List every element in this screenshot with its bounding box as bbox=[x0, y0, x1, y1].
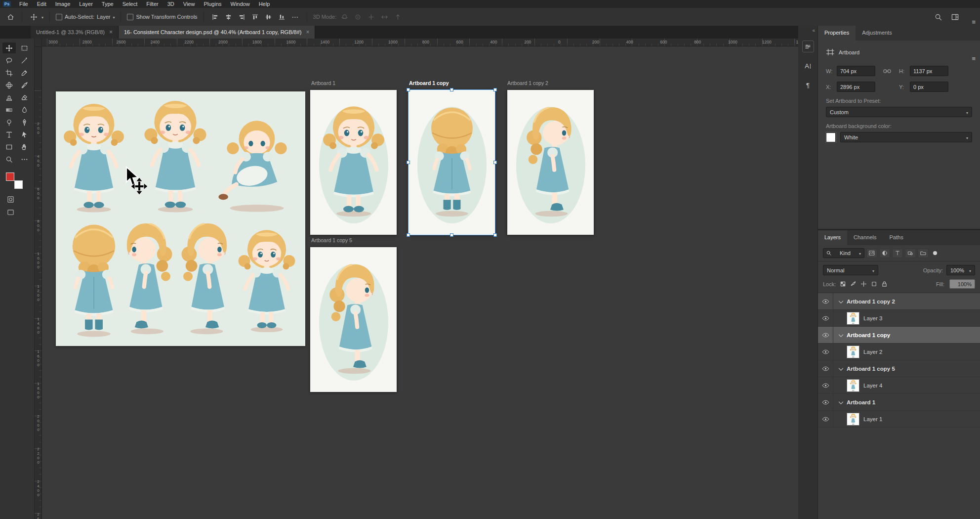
align-left-icon[interactable] bbox=[210, 11, 221, 22]
chevron-down-icon[interactable] bbox=[839, 332, 843, 338]
layer-thumbnail[interactable] bbox=[847, 346, 859, 358]
layer-name[interactable]: Artboard 1 copy 5 bbox=[847, 366, 895, 372]
lock-position-icon[interactable] bbox=[860, 281, 867, 287]
layer-row[interactable]: Artboard 1 copy bbox=[818, 327, 980, 344]
artboard-label[interactable]: Artboard 1 bbox=[311, 80, 335, 86]
panel-tab[interactable]: Layers bbox=[818, 230, 847, 245]
menu-item[interactable]: Plugins bbox=[199, 0, 226, 8]
lasso-tool[interactable] bbox=[2, 55, 16, 66]
layer-name[interactable]: Artboard 1 copy bbox=[847, 332, 890, 338]
panel-menu-icon[interactable] bbox=[972, 19, 976, 25]
foreground-color-swatch[interactable] bbox=[6, 173, 14, 181]
layer-name[interactable]: Layer 2 bbox=[863, 349, 882, 355]
selection-handle[interactable] bbox=[450, 88, 453, 91]
align-top-icon[interactable] bbox=[250, 11, 261, 22]
layer-row[interactable]: Layer 3 bbox=[818, 310, 980, 327]
edit-toolbar-icon[interactable] bbox=[18, 154, 31, 165]
visibility-toggle[interactable] bbox=[818, 293, 833, 309]
opacity-field[interactable]: 100% bbox=[946, 265, 975, 275]
menu-item[interactable]: View bbox=[179, 0, 200, 8]
artboard-bg-color-swatch[interactable] bbox=[826, 132, 836, 142]
move-tool-preset-icon[interactable] bbox=[28, 11, 39, 22]
lock-artboard-icon[interactable] bbox=[871, 281, 877, 287]
align-bottom-icon[interactable] bbox=[277, 11, 287, 22]
chevron-down-icon[interactable] bbox=[839, 299, 843, 304]
selection-handle[interactable] bbox=[407, 233, 410, 237]
healing-brush-tool[interactable] bbox=[2, 80, 16, 90]
magic-wand-tool[interactable] bbox=[18, 55, 31, 66]
align-center-horizontal-icon[interactable] bbox=[223, 11, 234, 22]
show-transform-controls-checkbox[interactable] bbox=[127, 14, 133, 20]
gradient-tool[interactable] bbox=[2, 104, 16, 115]
selection-handle[interactable] bbox=[450, 233, 453, 237]
expand-panels-icon[interactable] bbox=[812, 28, 815, 33]
panel-tab[interactable]: Channels bbox=[847, 230, 883, 245]
screen-mode-icon[interactable] bbox=[7, 209, 14, 216]
menu-item[interactable]: Image bbox=[51, 0, 75, 8]
y-field[interactable]: 0 px bbox=[910, 82, 948, 92]
close-icon[interactable]: × bbox=[109, 29, 113, 36]
filter-smart-objects-icon[interactable] bbox=[918, 249, 929, 258]
layer-filter-type-select[interactable]: Kind bbox=[823, 248, 864, 258]
eraser-tool[interactable] bbox=[18, 92, 31, 103]
search-icon[interactable] bbox=[933, 11, 943, 22]
menu-item[interactable]: Type bbox=[97, 0, 118, 8]
artboard-1-canvas[interactable] bbox=[310, 90, 397, 235]
path-selection-tool[interactable] bbox=[18, 129, 31, 140]
layer-row[interactable]: Layer 1 bbox=[818, 411, 980, 428]
workspace-switcher-icon[interactable] bbox=[949, 11, 960, 22]
hand-tool[interactable] bbox=[18, 141, 31, 152]
layer-row[interactable]: Layer 4 bbox=[818, 377, 980, 394]
panel-tab[interactable]: Paths bbox=[883, 230, 910, 245]
menu-item[interactable]: File bbox=[15, 0, 33, 8]
artboard-label[interactable]: Artboard 1 copy 2 bbox=[507, 80, 548, 86]
more-align-options-icon[interactable] bbox=[290, 11, 301, 22]
panel-menu-icon[interactable] bbox=[972, 55, 976, 62]
layer-thumbnail[interactable] bbox=[847, 312, 859, 325]
layer-name[interactable]: Layer 3 bbox=[863, 315, 882, 321]
move-tool[interactable] bbox=[2, 43, 16, 53]
layer-name[interactable]: Artboard 1 copy 2 bbox=[847, 299, 895, 304]
auto-select-checkbox[interactable] bbox=[56, 14, 62, 20]
chevron-down-icon[interactable] bbox=[839, 366, 843, 372]
artboard-label-selected[interactable]: Artboard 1 copy bbox=[409, 80, 449, 86]
artboard-label[interactable]: Artboard 1 copy 5 bbox=[311, 237, 352, 243]
document-tab[interactable]: Untitled-1 @ 33.3% (RGB/8) × bbox=[31, 26, 119, 39]
menu-item[interactable]: Layer bbox=[75, 0, 97, 8]
brush-settings-panel-icon[interactable] bbox=[802, 41, 814, 52]
artboard-bg-color-select[interactable]: White bbox=[840, 132, 972, 142]
panel-tab[interactable]: Properties bbox=[818, 26, 856, 41]
rectangle-tool[interactable] bbox=[2, 141, 16, 152]
align-right-icon[interactable] bbox=[237, 11, 247, 22]
visibility-toggle[interactable] bbox=[818, 360, 833, 377]
selection-handle[interactable] bbox=[493, 233, 497, 237]
layer-row[interactable]: Layer 2 bbox=[818, 344, 980, 360]
align-center-vertical-icon[interactable] bbox=[263, 11, 274, 22]
auto-select-target-select[interactable]: Layer bbox=[97, 14, 115, 20]
filter-type-layers-icon[interactable] bbox=[892, 249, 903, 258]
chevron-down-icon[interactable] bbox=[839, 399, 843, 405]
lock-all-icon[interactable] bbox=[881, 281, 888, 287]
filter-toggle-icon[interactable] bbox=[933, 251, 937, 255]
menu-item[interactable]: Filter bbox=[142, 0, 163, 8]
menu-item[interactable]: Window bbox=[226, 0, 254, 8]
lock-transparency-icon[interactable] bbox=[840, 281, 846, 287]
crop-tool[interactable] bbox=[2, 67, 16, 78]
link-dimensions-icon[interactable] bbox=[878, 69, 896, 74]
visibility-toggle[interactable] bbox=[818, 394, 833, 410]
zoom-tool[interactable] bbox=[2, 154, 16, 165]
layer-name[interactable]: Artboard 1 bbox=[847, 399, 875, 405]
pen-tool[interactable] bbox=[18, 117, 31, 128]
menu-item[interactable]: Edit bbox=[33, 0, 51, 8]
artboard-preset-select[interactable]: Custom bbox=[826, 107, 972, 117]
character-panel-icon[interactable]: A bbox=[802, 60, 814, 72]
layer-row[interactable]: Artboard 1 copy 5 bbox=[818, 360, 980, 377]
filter-pixel-layers-icon[interactable] bbox=[866, 249, 877, 258]
character-sheet-artboard[interactable] bbox=[56, 91, 305, 346]
width-field[interactable]: 704 px bbox=[837, 66, 875, 76]
menu-item[interactable]: Help bbox=[254, 0, 275, 8]
visibility-toggle[interactable] bbox=[818, 411, 833, 427]
layer-thumbnail[interactable] bbox=[847, 413, 859, 426]
home-icon[interactable] bbox=[5, 11, 16, 22]
height-field[interactable]: 1137 px bbox=[910, 66, 948, 76]
